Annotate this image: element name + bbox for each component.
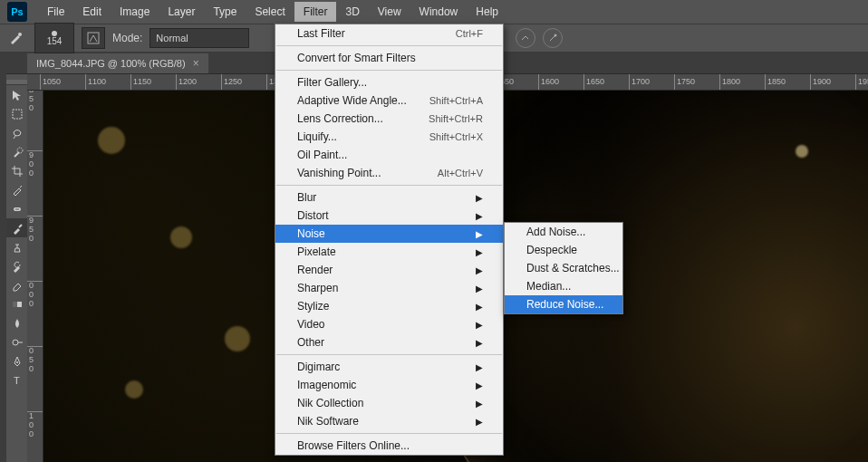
submenu-arrow-icon: ▶ (476, 320, 483, 330)
tablet-pressure-toggle[interactable] (543, 28, 563, 48)
menu-item-stylize[interactable]: Stylize▶ (275, 297, 503, 315)
menu-item-other[interactable]: Other▶ (275, 333, 503, 351)
ruler-tick: 1850 (765, 74, 786, 91)
menu-item-sharpen[interactable]: Sharpen▶ (275, 279, 503, 297)
document-tab-title: IMG_8044.JPG @ 100% (RGB/8) (36, 58, 186, 69)
menu-item-nik-collection[interactable]: Nik Collection▶ (275, 394, 503, 412)
menu-help[interactable]: Help (467, 2, 507, 22)
bokeh-dot (125, 380, 143, 399)
blend-mode-value: Normal (156, 33, 188, 43)
menu-filter[interactable]: Filter (294, 2, 337, 22)
blend-mode-select[interactable]: Normal (149, 28, 249, 48)
ruler-mark (27, 216, 43, 217)
tool-preset-icon[interactable] (5, 28, 27, 48)
ruler-tick: 1900 (810, 74, 831, 91)
submenu-arrow-icon: ▶ (476, 229, 483, 239)
noise-submenu: Add Noise...DespeckleDust & Scratches...… (504, 222, 623, 314)
dodge-tool[interactable] (6, 332, 27, 351)
submenu-item-median[interactable]: Median... (505, 277, 622, 295)
menu-3d[interactable]: 3D (336, 2, 368, 22)
bokeh-dot (225, 326, 250, 351)
menu-type[interactable]: Type (204, 2, 246, 22)
menu-item-browse-filters-online[interactable]: Browse Filters Online... (275, 437, 503, 455)
quick-select-tool[interactable] (6, 142, 27, 161)
menu-item-vanishing-point[interactable]: Vanishing Point...Alt+Ctrl+V (275, 164, 503, 182)
ruler-tick: 1050 (40, 74, 61, 91)
menu-item-render[interactable]: Render▶ (275, 261, 503, 279)
menu-window[interactable]: Window (410, 2, 468, 22)
ruler-tick: 1650 (583, 74, 604, 91)
menu-item-label: Digimarc (297, 361, 340, 373)
menu-item-nik-software[interactable]: Nik Software▶ (275, 412, 503, 430)
menu-item-pixelate[interactable]: Pixelate▶ (275, 243, 503, 261)
crop-tool[interactable] (6, 161, 27, 180)
menu-item-digimarc[interactable]: Digimarc▶ (275, 358, 503, 376)
submenu-item-reduce-noise[interactable]: Reduce Noise... (505, 295, 622, 313)
ruler-tick: 0 (27, 429, 43, 438)
menu-item-label: Nik Software (297, 415, 359, 428)
close-tab-icon[interactable]: × (193, 57, 199, 70)
menu-item-liquify[interactable]: Liquify...Shift+Ctrl+X (275, 128, 503, 146)
ruler-tick: 1250 (221, 74, 242, 91)
submenu-arrow-icon: ▶ (476, 302, 483, 312)
menu-shortcut: Shift+Ctrl+A (429, 95, 483, 106)
menu-view[interactable]: View (369, 2, 410, 22)
submenu-item-dust-scratches[interactable]: Dust & Scratches... (505, 259, 622, 277)
menu-select[interactable]: Select (246, 2, 294, 22)
menu-item-video[interactable]: Video▶ (275, 315, 503, 333)
ruler-tick: 5 (27, 225, 43, 234)
menu-shortcut: Ctrl+F (456, 28, 483, 39)
menu-item-label: Convert for Smart Filters (297, 52, 416, 64)
pen-tool[interactable] (6, 351, 27, 371)
airbrush-toggle[interactable] (516, 28, 535, 48)
menu-item-blur[interactable]: Blur▶ (275, 188, 503, 207)
brush-preset-picker[interactable]: 154 (34, 23, 74, 53)
menu-edit[interactable]: Edit (73, 2, 111, 22)
ruler-tick: 0 (27, 168, 43, 178)
menu-item-noise[interactable]: Noise▶ (275, 225, 503, 243)
brush-tool[interactable] (6, 218, 27, 237)
menu-item-lens-correction[interactable]: Lens Correction...Shift+Ctrl+R (275, 110, 503, 128)
eyedropper-tool[interactable] (6, 180, 27, 199)
menu-item-adaptive-wide-angle[interactable]: Adaptive Wide Angle...Shift+Ctrl+A (275, 91, 503, 110)
menu-item-filter-gallery[interactable]: Filter Gallery... (275, 73, 503, 91)
menu-separator (276, 70, 502, 71)
menu-file[interactable]: File (38, 2, 73, 22)
menu-item-distort[interactable]: Distort▶ (275, 207, 503, 225)
blur-tool[interactable] (6, 313, 27, 332)
document-tab[interactable]: IMG_8044.JPG @ 100% (RGB/8) × (27, 53, 208, 73)
ruler-tick: 1600 (538, 74, 559, 91)
type-tool[interactable]: T (6, 371, 27, 390)
menu-shortcut: Alt+Ctrl+V (438, 168, 483, 178)
menu-item-oil-paint[interactable]: Oil Paint... (275, 146, 503, 164)
filter-menu-dropdown: Last FilterCtrl+FConvert for Smart Filte… (275, 24, 504, 456)
menu-shortcut: Shift+Ctrl+R (429, 113, 483, 124)
ruler-tick: 5 (27, 94, 43, 103)
submenu-item-add-noise[interactable]: Add Noise... (505, 223, 622, 241)
eraser-tool[interactable] (6, 275, 27, 294)
history-brush-tool[interactable] (6, 256, 27, 275)
brush-panel-toggle[interactable] (82, 27, 105, 49)
svg-point-9 (13, 340, 18, 345)
brush-size-value: 154 (47, 36, 63, 46)
menu-item-last-filter[interactable]: Last FilterCtrl+F (275, 24, 503, 43)
marquee-tool[interactable] (6, 104, 27, 123)
submenu-arrow-icon: ▶ (476, 417, 483, 427)
menu-image[interactable]: Image (111, 2, 159, 22)
lasso-tool[interactable] (6, 123, 27, 142)
clone-stamp-tool[interactable] (6, 237, 27, 256)
move-tool[interactable] (6, 85, 27, 104)
menu-item-label: Nik Collection (297, 397, 363, 409)
menu-item-label: Blur (297, 191, 316, 204)
bokeh-dot (796, 145, 808, 158)
gradient-tool[interactable] (6, 294, 27, 313)
submenu-arrow-icon: ▶ (476, 265, 483, 275)
menu-separator (276, 185, 502, 186)
menu-layer[interactable]: Layer (159, 2, 204, 22)
submenu-item-despeckle[interactable]: Despeckle (505, 241, 622, 259)
menu-item-convert-for-smart-filters[interactable]: Convert for Smart Filters (275, 49, 503, 67)
ruler-mark (27, 411, 43, 412)
ruler-tick: 1150 (130, 74, 151, 91)
healing-brush-tool[interactable] (6, 199, 27, 218)
menu-item-imagenomic[interactable]: Imagenomic▶ (275, 376, 503, 394)
